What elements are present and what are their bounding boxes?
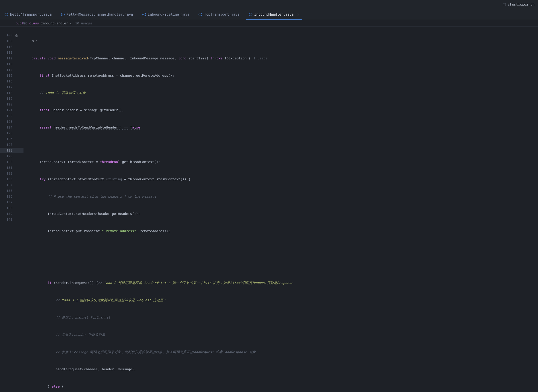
- line-number: 120: [0, 102, 12, 107]
- line-number: 130: [0, 159, 12, 165]
- line-number: 113: [0, 61, 12, 67]
- editor[interactable]: 108@109110111112113114115116117118119120…: [0, 27, 538, 392]
- line-number: 124: [0, 125, 12, 130]
- code-line: // Place the context with the headers fr…: [23, 194, 538, 200]
- line-number: 118: [0, 90, 12, 96]
- code-line: if (header.isRequest()) {// todo 2.判断逻辑是…: [23, 280, 538, 286]
- code-line: [23, 246, 538, 251]
- code-line: // todo 1. 获取协议头对象: [23, 90, 538, 96]
- line-number: 108@: [0, 33, 12, 38]
- tab-netty4transport[interactable]: C Netty4Transport.java: [0, 9, 56, 20]
- line-number: 117: [0, 84, 12, 90]
- java-class-icon: C: [5, 13, 8, 16]
- line-number: 132: [0, 171, 12, 176]
- project-name: Elasticsearch: [508, 3, 534, 7]
- line-number: 122: [0, 113, 12, 119]
- tab-inboundpipeline[interactable]: C InboundPipeline.java: [138, 9, 194, 20]
- code-line: [23, 263, 538, 269]
- code-line: final InetSocketAddress remoteAddress = …: [23, 73, 538, 79]
- svg-text:C: C: [5, 13, 7, 16]
- line-number: 129: [0, 153, 12, 159]
- code-line: // 参数2：header 协议头对象: [23, 332, 538, 338]
- inlay-hints-icon[interactable]: ⟲ ˅: [23, 38, 538, 44]
- code-line: threadContext.setHeaders(header.getHeade…: [23, 211, 538, 217]
- svg-text:C: C: [62, 13, 64, 16]
- code-line: // todo 3.1 根据协议头对象判断如果当前请求是 Request 走这里…: [23, 297, 538, 303]
- breadcrumb-usages: 10 usages: [75, 21, 93, 25]
- line-number: 126: [0, 136, 12, 142]
- line-number: 131: [0, 165, 12, 171]
- line-number: 121: [0, 107, 12, 113]
- java-class-icon: C: [61, 13, 65, 16]
- code-line: } else {: [23, 384, 538, 389]
- breadcrumb-line-number: 36: [16, 21, 26, 25]
- breadcrumb-class-name: InboundHandler: [41, 21, 68, 25]
- code-line: threadContext.putTransient("_remote_addr…: [23, 228, 538, 234]
- line-number: 135: [0, 188, 12, 194]
- line-number: 133: [0, 176, 12, 182]
- line-number: 114: [0, 67, 12, 73]
- svg-text:C: C: [143, 13, 145, 16]
- tab-label: Netty4Transport.java: [10, 12, 52, 17]
- tab-label: InboundHandler.java: [254, 12, 294, 17]
- line-number: 136: [0, 194, 12, 200]
- tab-bar: C Netty4Transport.java C Netty4MessageCh…: [0, 9, 538, 20]
- line-number: 139: [0, 211, 12, 217]
- tab-tcptransport[interactable]: C TcpTransport.java: [194, 9, 244, 20]
- tab-inboundhandler[interactable]: C InboundHandler.java ×: [244, 9, 304, 20]
- line-number: 111: [0, 50, 12, 56]
- tab-netty4messagechannelhandler[interactable]: C Netty4MessageChannelHandler.java: [56, 9, 138, 20]
- breadcrumb: 36 public class InboundHandler { 10 usag…: [0, 20, 538, 27]
- code-line: assert header.needsToReadVariableHeader(…: [23, 125, 538, 130]
- java-class-icon: C: [199, 13, 202, 16]
- tab-label: InboundPipeline.java: [148, 12, 190, 17]
- line-number: 110: [0, 44, 12, 50]
- line-number: 125: [0, 130, 12, 136]
- java-class-icon: C: [142, 13, 146, 16]
- gutter: 108@109110111112113114115116117118119120…: [0, 27, 15, 392]
- line-number: 112: [0, 56, 12, 61]
- line-number: 138: [0, 205, 12, 211]
- java-class-icon: C: [249, 13, 252, 16]
- line-number: 140: [0, 217, 12, 223]
- line-number: 116: [0, 79, 12, 84]
- code-line: // 参数1：channel TcpChannel: [23, 315, 538, 320]
- close-icon[interactable]: ×: [297, 12, 299, 17]
- breadcrumb-keyword: class: [29, 21, 39, 25]
- svg-text:C: C: [200, 13, 201, 16]
- code-line: [23, 142, 538, 148]
- code-line: // 参数3：message 解码之后的消息对象，此时仅仅是协议层的对象。并未解…: [23, 349, 538, 355]
- code-line: final Header header = message.getHeader(…: [23, 107, 538, 113]
- svg-text:C: C: [250, 13, 251, 16]
- project-icon: [503, 3, 506, 6]
- line-number: 137: [0, 200, 12, 205]
- code-line: private void messageReceived(TcpChannel …: [23, 56, 538, 61]
- line-number: 134: [0, 182, 12, 188]
- code-line: handleRequest(channel, header, message);: [23, 366, 538, 372]
- line-number: 109: [0, 38, 12, 44]
- breadcrumb-brace: {: [70, 21, 72, 25]
- line-number: 115: [0, 73, 12, 79]
- line-number: 119: [0, 96, 12, 102]
- code-line: try (ThreadContext.StoredContext existin…: [23, 176, 538, 182]
- titlebar: Elasticsearch: [0, 0, 538, 9]
- line-number: 123: [0, 119, 12, 125]
- tab-label: TcpTransport.java: [204, 12, 240, 17]
- line-number: 127: [0, 142, 12, 148]
- code-area[interactable]: ⟲ ˅ private void messageReceived(TcpChan…: [15, 27, 538, 392]
- code-line: ThreadContext threadContext = threadPool…: [23, 159, 538, 165]
- tab-label: Netty4MessageChannelHandler.java: [67, 12, 133, 17]
